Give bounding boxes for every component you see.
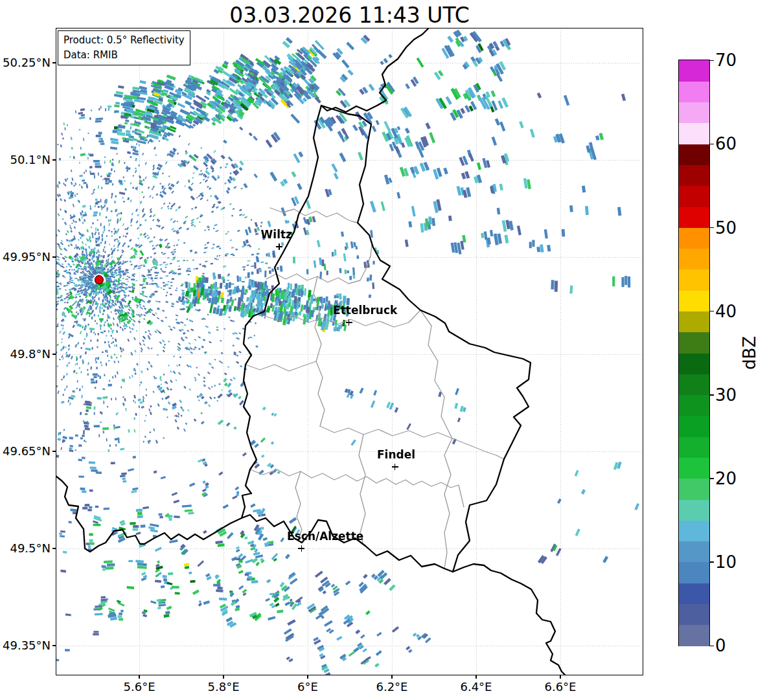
- colorbar: [678, 60, 710, 646]
- colorbar-segment: [679, 207, 709, 228]
- colorbar-tick-mark: [710, 394, 714, 396]
- colorbar-segment: [679, 353, 709, 374]
- colorbar-segment: [679, 604, 709, 625]
- city-marker-bar: [279, 243, 280, 250]
- colorbar-segment: [679, 583, 709, 604]
- city-marker-bar: [301, 545, 303, 552]
- colorbar-segment: [679, 457, 709, 479]
- colorbar-axis-label: dBZ: [739, 314, 760, 392]
- colorbar-segment: [679, 332, 709, 354]
- colorbar-segment: [679, 562, 709, 583]
- city-label: Ettelbruck: [314, 304, 417, 317]
- colorbar-tick-mark: [710, 60, 714, 62]
- x-tick-label: 6°E: [275, 680, 340, 694]
- x-tick-label: 6.2°E: [360, 680, 424, 694]
- y-tick-mark: [52, 62, 56, 63]
- colorbar-tick-label: 70: [715, 50, 737, 71]
- colorbar-segment: [679, 186, 709, 207]
- colorbar-tick-mark: [710, 561, 714, 563]
- y-tick-label: 49.5°N: [0, 541, 51, 556]
- colorbar-segment: [679, 123, 709, 144]
- colorbar-tick-label: 30: [715, 385, 737, 405]
- colorbar-segment: [679, 436, 709, 458]
- radar-figure: { "title": "03.03.2026 11:43 UTC", "prod…: [0, 0, 767, 700]
- x-tick-mark: [307, 675, 308, 679]
- y-tick-label: 49.65°N: [0, 444, 51, 459]
- colorbar-segment: [679, 144, 709, 165]
- colorbar-tick-mark: [710, 478, 714, 479]
- product-line: Product: 0.5° Reflectivity: [63, 34, 185, 46]
- x-tick-mark: [475, 675, 476, 679]
- y-tick-mark: [52, 451, 56, 451]
- city-marker: [298, 545, 304, 552]
- city-label: Esch/Alzette: [273, 530, 377, 543]
- x-tick-mark: [391, 675, 392, 679]
- city-marker-bar: [395, 464, 396, 470]
- colorbar-segment: [679, 395, 709, 416]
- y-tick-label: 50.25°N: [0, 55, 51, 71]
- radar-site-dot: [95, 275, 104, 284]
- y-tick-label: 50.1°N: [0, 152, 51, 168]
- figure-title: 03.03.2026 11:43 UTC: [56, 3, 643, 28]
- y-tick-mark: [52, 645, 56, 646]
- colorbar-segment: [679, 290, 709, 311]
- city-label: Wiltz: [225, 228, 328, 241]
- colorbar-segment: [679, 269, 709, 291]
- colorbar-tick-mark: [710, 311, 714, 312]
- map-annotations-layer: WiltzEttelbruckFindelEsch/Alzette: [56, 28, 643, 675]
- colorbar-segment: [679, 81, 709, 102]
- data-source-line: Data: RMIB: [63, 49, 118, 61]
- colorbar-segment: [679, 499, 709, 521]
- colorbar-tick-label: 40: [715, 301, 737, 322]
- colorbar-segment: [679, 311, 709, 332]
- y-tick-label: 49.8°N: [0, 346, 51, 362]
- x-tick-label: 5.6°E: [107, 680, 172, 694]
- colorbar-segment: [679, 164, 709, 186]
- x-tick-mark: [139, 675, 139, 679]
- city-marker: [276, 243, 282, 250]
- product-info-box: Product: 0.5° Reflectivity Data: RMIB: [58, 30, 190, 65]
- colorbar-segment: [679, 416, 709, 437]
- colorbar-tick-mark: [710, 646, 714, 647]
- colorbar-segment: [679, 60, 709, 82]
- x-tick-mark: [560, 675, 560, 679]
- y-tick-mark: [52, 548, 56, 548]
- y-tick-mark: [52, 159, 56, 160]
- x-tick-label: 6.4°E: [444, 680, 509, 694]
- colorbar-segment: [679, 541, 709, 563]
- x-tick-label: 6.6°E: [528, 680, 593, 694]
- colorbar-segment: [679, 625, 709, 646]
- city-marker: [346, 319, 352, 326]
- colorbar-segment: [679, 479, 709, 500]
- y-tick-label: 49.95°N: [0, 249, 51, 265]
- y-tick-mark: [52, 354, 56, 354]
- city-marker-bar: [349, 319, 350, 326]
- x-tick-label: 5.8°E: [191, 680, 256, 694]
- city-label: Findel: [345, 448, 448, 461]
- colorbar-segment: [679, 227, 709, 249]
- colorbar-tick-label: 10: [715, 552, 737, 572]
- colorbar-segment: [679, 374, 709, 395]
- colorbar-tick-mark: [710, 144, 714, 145]
- colorbar-tick-label: 50: [715, 218, 737, 238]
- y-tick-label: 49.35°N: [0, 638, 51, 653]
- colorbar-segment: [679, 102, 709, 124]
- colorbar-segment: [679, 520, 709, 541]
- colorbar-segment: [679, 249, 709, 270]
- y-tick-mark: [52, 256, 56, 257]
- colorbar-tick-label: 0: [715, 635, 726, 656]
- colorbar-tick-label: 20: [715, 468, 737, 489]
- x-tick-mark: [223, 675, 223, 679]
- city-marker: [392, 464, 398, 470]
- colorbar-tick-mark: [710, 227, 714, 229]
- colorbar-tick-label: 60: [715, 133, 737, 154]
